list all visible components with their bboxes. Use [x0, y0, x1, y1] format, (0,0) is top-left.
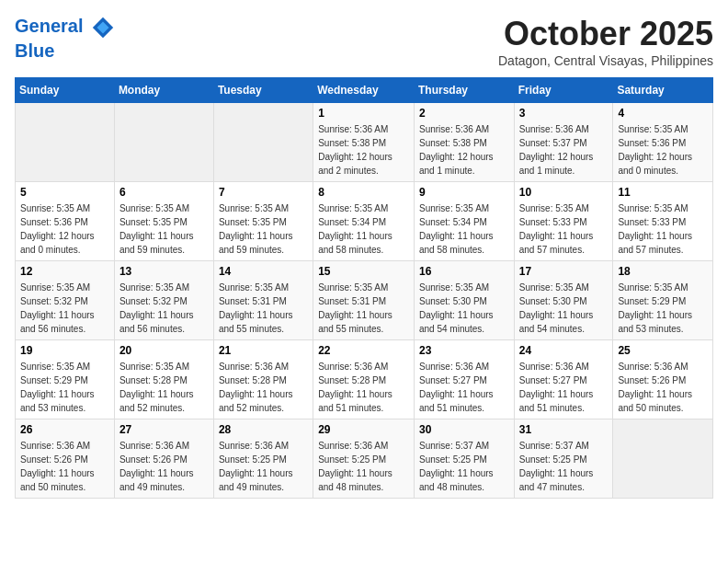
- day-number: 6: [119, 186, 209, 199]
- day-cell: 4Sunrise: 5:35 AMSunset: 5:36 PMDaylight…: [613, 103, 713, 182]
- day-info: Sunrise: 5:36 AMSunset: 5:37 PMDaylight:…: [519, 122, 609, 178]
- day-info: Sunrise: 5:36 AMSunset: 5:26 PMDaylight:…: [618, 360, 708, 415]
- day-info: Sunrise: 5:35 AMSunset: 5:30 PMDaylight:…: [419, 281, 509, 336]
- day-number: 17: [519, 265, 609, 278]
- day-number: 26: [20, 423, 109, 436]
- day-info: Sunrise: 5:36 AMSunset: 5:28 PMDaylight:…: [318, 360, 409, 415]
- day-info: Sunrise: 5:36 AMSunset: 5:27 PMDaylight:…: [519, 360, 609, 415]
- day-info: Sunrise: 5:35 AMSunset: 5:29 PMDaylight:…: [20, 360, 109, 415]
- day-info: Sunrise: 5:35 AMSunset: 5:33 PMDaylight:…: [618, 201, 708, 257]
- day-info: Sunrise: 5:36 AMSunset: 5:28 PMDaylight:…: [219, 360, 308, 415]
- day-cell: 12Sunrise: 5:35 AMSunset: 5:32 PMDayligh…: [16, 261, 115, 340]
- day-number: 19: [20, 344, 109, 357]
- day-cell: 22Sunrise: 5:36 AMSunset: 5:28 PMDayligh…: [313, 340, 415, 419]
- day-info: Sunrise: 5:35 AMSunset: 5:36 PMDaylight:…: [618, 122, 708, 178]
- day-number: 2: [419, 107, 509, 120]
- day-cell: 9Sunrise: 5:35 AMSunset: 5:34 PMDaylight…: [414, 182, 514, 261]
- day-info: Sunrise: 5:35 AMSunset: 5:32 PMDaylight:…: [20, 281, 109, 336]
- day-info: Sunrise: 5:37 AMSunset: 5:25 PMDaylight:…: [419, 439, 509, 494]
- day-cell: 27Sunrise: 5:36 AMSunset: 5:26 PMDayligh…: [114, 419, 213, 499]
- day-cell: 14Sunrise: 5:35 AMSunset: 5:31 PMDayligh…: [213, 261, 313, 340]
- day-cell: 23Sunrise: 5:36 AMSunset: 5:27 PMDayligh…: [414, 340, 514, 419]
- day-info: Sunrise: 5:35 AMSunset: 5:28 PMDaylight:…: [119, 360, 209, 415]
- day-cell: [16, 103, 115, 182]
- col-header-tuesday: Tuesday: [213, 78, 313, 103]
- day-cell: [114, 103, 213, 182]
- day-info: Sunrise: 5:35 AMSunset: 5:35 PMDaylight:…: [219, 201, 308, 257]
- day-info: Sunrise: 5:35 AMSunset: 5:34 PMDaylight:…: [318, 201, 409, 257]
- day-number: 5: [20, 186, 109, 199]
- header-row: SundayMondayTuesdayWednesdayThursdayFrid…: [16, 78, 713, 103]
- week-row-1: 1Sunrise: 5:36 AMSunset: 5:38 PMDaylight…: [16, 103, 713, 182]
- day-cell: 10Sunrise: 5:35 AMSunset: 5:33 PMDayligh…: [514, 182, 613, 261]
- day-cell: 7Sunrise: 5:35 AMSunset: 5:35 PMDaylight…: [213, 182, 313, 261]
- day-cell: 21Sunrise: 5:36 AMSunset: 5:28 PMDayligh…: [213, 340, 313, 419]
- day-number: 7: [219, 186, 308, 199]
- day-info: Sunrise: 5:36 AMSunset: 5:26 PMDaylight:…: [20, 439, 109, 494]
- day-info: Sunrise: 5:36 AMSunset: 5:38 PMDaylight:…: [318, 122, 409, 178]
- page-header: General Blue October 2025 Datagon, Centr…: [15, 15, 713, 68]
- day-info: Sunrise: 5:35 AMSunset: 5:32 PMDaylight:…: [119, 281, 209, 336]
- day-info: Sunrise: 5:35 AMSunset: 5:30 PMDaylight:…: [519, 281, 609, 336]
- day-number: 13: [119, 265, 209, 278]
- day-cell: 18Sunrise: 5:35 AMSunset: 5:29 PMDayligh…: [613, 261, 713, 340]
- day-info: Sunrise: 5:35 AMSunset: 5:29 PMDaylight:…: [618, 281, 708, 336]
- day-cell: 16Sunrise: 5:35 AMSunset: 5:30 PMDayligh…: [414, 261, 514, 340]
- logo: General Blue: [15, 15, 116, 61]
- title-area: October 2025 Datagon, Central Visayas, P…: [498, 15, 713, 68]
- day-cell: 1Sunrise: 5:36 AMSunset: 5:38 PMDaylight…: [313, 103, 415, 182]
- day-info: Sunrise: 5:36 AMSunset: 5:25 PMDaylight:…: [318, 439, 409, 494]
- day-cell: 20Sunrise: 5:35 AMSunset: 5:28 PMDayligh…: [114, 340, 213, 419]
- day-number: 18: [618, 265, 708, 278]
- col-header-friday: Friday: [514, 78, 613, 103]
- day-cell: [613, 419, 713, 499]
- day-cell: 30Sunrise: 5:37 AMSunset: 5:25 PMDayligh…: [414, 419, 514, 499]
- day-number: 15: [318, 265, 409, 278]
- day-cell: 31Sunrise: 5:37 AMSunset: 5:25 PMDayligh…: [514, 419, 613, 499]
- week-row-3: 12Sunrise: 5:35 AMSunset: 5:32 PMDayligh…: [16, 261, 713, 340]
- day-cell: 15Sunrise: 5:35 AMSunset: 5:31 PMDayligh…: [313, 261, 415, 340]
- day-cell: 8Sunrise: 5:35 AMSunset: 5:34 PMDaylight…: [313, 182, 415, 261]
- day-number: 31: [519, 423, 609, 436]
- day-info: Sunrise: 5:36 AMSunset: 5:27 PMDaylight:…: [419, 360, 509, 415]
- logo-text2: Blue: [15, 40, 116, 61]
- calendar-table: SundayMondayTuesdayWednesdayThursdayFrid…: [15, 77, 713, 499]
- day-number: 28: [219, 423, 308, 436]
- day-cell: 11Sunrise: 5:35 AMSunset: 5:33 PMDayligh…: [613, 182, 713, 261]
- day-number: 21: [219, 344, 308, 357]
- day-info: Sunrise: 5:35 AMSunset: 5:35 PMDaylight:…: [119, 201, 209, 257]
- day-info: Sunrise: 5:36 AMSunset: 5:25 PMDaylight:…: [219, 439, 308, 494]
- day-info: Sunrise: 5:35 AMSunset: 5:33 PMDaylight:…: [519, 201, 609, 257]
- day-info: Sunrise: 5:36 AMSunset: 5:26 PMDaylight:…: [119, 439, 209, 494]
- day-info: Sunrise: 5:37 AMSunset: 5:25 PMDaylight:…: [519, 439, 609, 494]
- day-number: 12: [20, 265, 109, 278]
- day-number: 4: [618, 107, 708, 120]
- col-header-sunday: Sunday: [16, 78, 115, 103]
- day-number: 29: [318, 423, 409, 436]
- day-info: Sunrise: 5:35 AMSunset: 5:31 PMDaylight:…: [318, 281, 409, 336]
- day-info: Sunrise: 5:35 AMSunset: 5:31 PMDaylight:…: [219, 281, 308, 336]
- day-number: 8: [318, 186, 409, 199]
- day-cell: 29Sunrise: 5:36 AMSunset: 5:25 PMDayligh…: [313, 419, 415, 499]
- day-info: Sunrise: 5:36 AMSunset: 5:38 PMDaylight:…: [419, 122, 509, 178]
- day-number: 11: [618, 186, 708, 199]
- logo-text: General: [15, 15, 116, 40]
- day-cell: 3Sunrise: 5:36 AMSunset: 5:37 PMDaylight…: [514, 103, 613, 182]
- day-info: Sunrise: 5:35 AMSunset: 5:36 PMDaylight:…: [20, 201, 109, 257]
- day-number: 22: [318, 344, 409, 357]
- day-number: 23: [419, 344, 509, 357]
- day-cell: 25Sunrise: 5:36 AMSunset: 5:26 PMDayligh…: [613, 340, 713, 419]
- col-header-saturday: Saturday: [613, 78, 713, 103]
- day-number: 1: [318, 107, 409, 120]
- day-number: 10: [519, 186, 609, 199]
- week-row-2: 5Sunrise: 5:35 AMSunset: 5:36 PMDaylight…: [16, 182, 713, 261]
- col-header-monday: Monday: [114, 78, 213, 103]
- day-cell: 2Sunrise: 5:36 AMSunset: 5:38 PMDaylight…: [414, 103, 514, 182]
- day-number: 30: [419, 423, 509, 436]
- day-cell: 28Sunrise: 5:36 AMSunset: 5:25 PMDayligh…: [213, 419, 313, 499]
- day-number: 25: [618, 344, 708, 357]
- col-header-thursday: Thursday: [414, 78, 514, 103]
- week-row-5: 26Sunrise: 5:36 AMSunset: 5:26 PMDayligh…: [16, 419, 713, 499]
- day-cell: 19Sunrise: 5:35 AMSunset: 5:29 PMDayligh…: [16, 340, 115, 419]
- month-title: October 2025: [498, 15, 713, 53]
